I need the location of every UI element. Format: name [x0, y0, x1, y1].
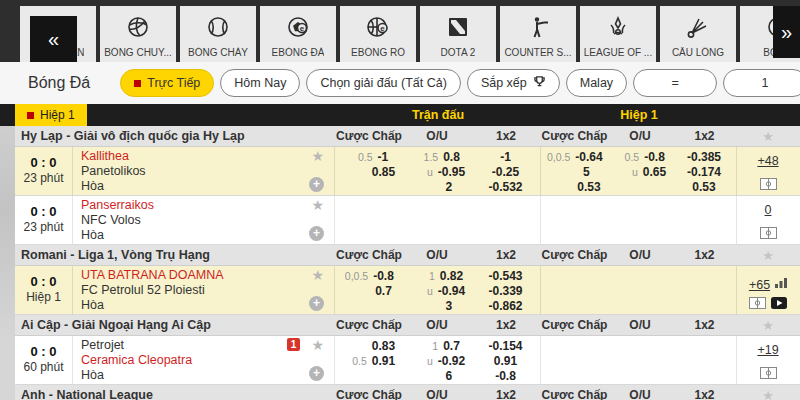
- match-teams-cell: Kallithea Panetolikos Hòa ★ +: [73, 147, 335, 195]
- odds-value[interactable]: -0.8: [373, 269, 394, 283]
- odds-value[interactable]: -0.8: [495, 369, 516, 383]
- odds-value[interactable]: -1: [500, 150, 511, 164]
- expand-markets-button[interactable]: +: [309, 226, 324, 241]
- lines-count-button[interactable]: 1: [723, 69, 800, 97]
- sort-button[interactable]: Sắp xếp: [467, 69, 560, 97]
- away-team[interactable]: FC Petrolul 52 Ploiesti: [81, 283, 205, 297]
- odds-value[interactable]: -0.543: [488, 269, 522, 283]
- odds-value[interactable]: 2: [446, 180, 458, 194]
- league-select-button[interactable]: Chọn giải đấu (Tất Cả): [306, 69, 460, 97]
- favorite-star-icon[interactable]: ★: [311, 267, 324, 283]
- league-name[interactable]: Ai Cập - Giải Ngoại Hạng Ai Cập: [15, 318, 335, 332]
- away-team[interactable]: Panetolikos: [81, 164, 146, 178]
- market-view-button[interactable]: =: [633, 69, 717, 97]
- pitch-view-icon[interactable]: [760, 367, 777, 379]
- stats-chart-icon[interactable]: [775, 277, 787, 288]
- odds-value[interactable]: 0.53: [577, 180, 600, 194]
- odds-value[interactable]: -0.174: [687, 165, 721, 179]
- odds-value[interactable]: -0.154: [488, 339, 522, 353]
- odds-format-button[interactable]: Malay: [566, 69, 627, 97]
- favorite-star-icon[interactable]: ★: [737, 129, 799, 144]
- odds-value[interactable]: -0.8: [644, 150, 665, 164]
- more-bets-link[interactable]: +65: [749, 278, 770, 292]
- favorite-star-icon[interactable]: ★: [311, 337, 324, 353]
- sport-tab-badminton[interactable]: CẦU LÔNG: [660, 6, 736, 62]
- odds-value[interactable]: 0.53: [692, 180, 715, 194]
- sport-tab-ebasketball[interactable]: e EBÓNG RỔ: [340, 6, 416, 62]
- live-filter-button[interactable]: Trực Tiếp: [120, 69, 214, 97]
- pitch-view-icon[interactable]: [760, 178, 777, 190]
- favorite-star-icon[interactable]: ★: [737, 248, 799, 263]
- home-team[interactable]: UTA BATRANA DOAMNA: [81, 268, 224, 282]
- expand-markets-button[interactable]: +: [309, 366, 324, 381]
- pitch-view-icon[interactable]: [749, 297, 766, 309]
- chevron-right-icon: »: [781, 21, 792, 44]
- live-stream-play-icon[interactable]: [771, 297, 787, 309]
- odds-value[interactable]: -0.339: [488, 284, 522, 298]
- more-bets-link[interactable]: +48: [757, 154, 778, 168]
- col-header-handicap: Cược Chấp: [335, 388, 403, 400]
- col-header-ou: O/U: [608, 248, 672, 262]
- home-team[interactable]: Kallithea: [81, 149, 129, 163]
- odds-value[interactable]: 6: [446, 369, 458, 383]
- favorite-star-icon[interactable]: ★: [311, 148, 324, 164]
- odds-value[interactable]: -0.25: [492, 165, 519, 179]
- league-header: Romani - Liga 1, Vòng Trụ Hạng Cược Chấp…: [15, 245, 800, 266]
- league-name[interactable]: Hy Lạp - Giải vô địch quốc gia Hy Lạp: [15, 129, 335, 143]
- odds-value[interactable]: 0.65: [643, 165, 666, 179]
- sport-tab-volleyball[interactable]: BÓNG CHUY...: [100, 6, 176, 62]
- league-name[interactable]: Anh - National League: [15, 388, 335, 400]
- pitch-view-icon[interactable]: [760, 227, 777, 239]
- full-1x2-odds: -0.543 -0.339 -0.862: [471, 266, 541, 314]
- odds-value[interactable]: 0.8: [443, 150, 460, 164]
- odds-value[interactable]: 0.83: [372, 339, 395, 353]
- favorite-star-icon[interactable]: ★: [737, 318, 799, 333]
- more-bets-link[interactable]: 0: [765, 203, 772, 217]
- odds-value[interactable]: -0.532: [488, 180, 522, 194]
- odds-value[interactable]: 0.7: [443, 339, 460, 353]
- odds-value[interactable]: -0.92: [438, 354, 465, 368]
- league-name[interactable]: Romani - Liga 1, Vòng Trụ Hạng: [15, 248, 335, 262]
- nav-scroll-right-button[interactable]: »: [773, 6, 800, 58]
- full-ou-odds: [403, 196, 471, 244]
- today-filter-button[interactable]: Hôm Nay: [220, 69, 300, 97]
- home-team[interactable]: Panserraikos: [81, 198, 154, 212]
- odds-value[interactable]: -0.862: [488, 299, 522, 313]
- odds-value[interactable]: -0.64: [575, 150, 602, 164]
- period-tag[interactable]: Hiệp 1: [15, 104, 87, 126]
- odds-value[interactable]: -0.94: [438, 284, 465, 298]
- sport-tab-esoccer[interactable]: e EBÓNG ĐÁ: [260, 6, 336, 62]
- away-team[interactable]: Ceramica Cleopatra: [81, 353, 192, 367]
- odds-value[interactable]: 0.7: [375, 284, 392, 298]
- match-teams-cell: Panserraikos NFC Volos Hòa ★ +: [73, 196, 335, 244]
- expand-markets-button[interactable]: +: [309, 296, 324, 311]
- odds-value[interactable]: 3: [446, 299, 458, 313]
- odds-value[interactable]: 0.91: [494, 354, 517, 368]
- draw-label[interactable]: Hòa: [81, 298, 104, 312]
- odds-value[interactable]: 0.85: [372, 165, 395, 179]
- sport-tab-baseball[interactable]: BÓNG CHÀY: [180, 6, 256, 62]
- draw-label[interactable]: Hòa: [81, 179, 104, 193]
- odds-value[interactable]: 5: [583, 165, 595, 179]
- draw-label[interactable]: Hòa: [81, 368, 104, 382]
- odds-value[interactable]: 0.91: [372, 354, 395, 368]
- odds-value[interactable]: -0.95: [438, 165, 465, 179]
- col-header-handicap: Cược Chấp: [541, 248, 608, 262]
- odds-value[interactable]: -0.385: [687, 150, 721, 164]
- favorite-star-icon[interactable]: ★: [311, 197, 324, 213]
- away-team[interactable]: NFC Volos: [81, 213, 141, 227]
- odds-value[interactable]: -1: [378, 150, 390, 164]
- nav-scroll-left-button[interactable]: «: [30, 16, 77, 62]
- odds-value[interactable]: 0.82: [440, 269, 463, 283]
- expand-markets-button[interactable]: +: [309, 177, 324, 192]
- match-time: 23 phút: [15, 171, 72, 185]
- sport-tab-league-of-legends[interactable]: LEAGUE OF ...: [580, 6, 656, 62]
- half-ou-odds: 0.5-0.8 u0.65: [608, 147, 672, 195]
- more-bets-link[interactable]: +19: [757, 343, 778, 357]
- home-team[interactable]: Petrojet: [81, 338, 124, 352]
- sport-tab-dota2[interactable]: DOTA 2: [420, 6, 496, 62]
- draw-label[interactable]: Hòa: [81, 228, 104, 242]
- favorite-star-icon[interactable]: ★: [737, 388, 799, 400]
- sport-tab-counter-strike[interactable]: COUNTER S...: [500, 6, 576, 62]
- col-header-ou: O/U: [608, 129, 672, 143]
